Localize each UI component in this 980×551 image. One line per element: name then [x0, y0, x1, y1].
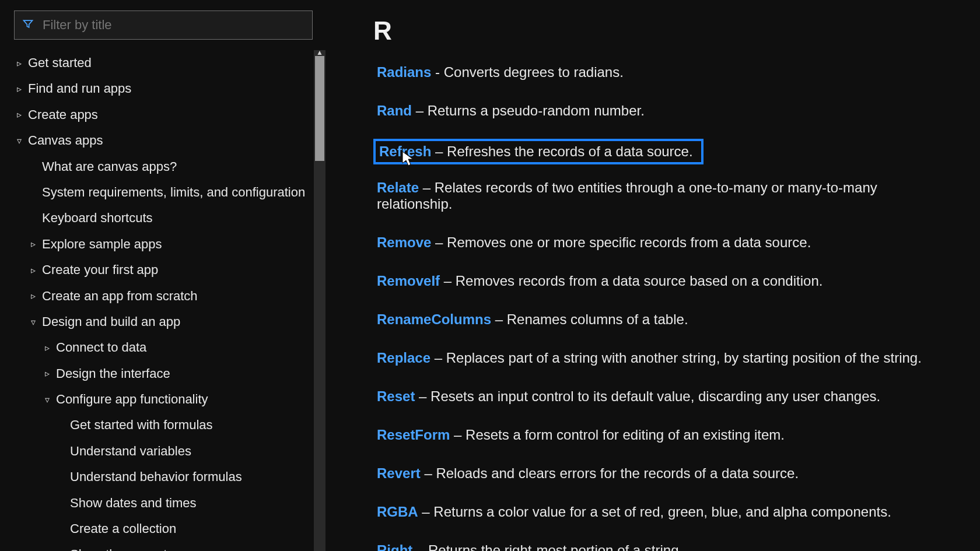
function-list: Radians - Converts degrees to radians.Ra…	[373, 62, 957, 551]
filter-wrap	[14, 10, 313, 40]
tree-item-design-interface[interactable]: ▹ Design the interface	[14, 361, 309, 387]
nav-tree: ▹ Get started ▹ Find and run apps ▹ Crea…	[0, 50, 309, 551]
tree-item-create-apps[interactable]: ▹ Create apps	[14, 102, 309, 128]
function-row-rand: Rand – Returns a pseudo-random number.	[373, 100, 648, 121]
chevron-right-icon: ▹	[14, 83, 24, 94]
chevron-right-icon: ▹	[28, 290, 38, 301]
filter-icon	[22, 18, 34, 32]
tree-item-create-from-scratch[interactable]: ▹ Create an app from scratch	[14, 283, 309, 309]
section-heading: R	[373, 16, 957, 45]
tree-item-what-are-canvas-apps[interactable]: ▹ What are canvas apps?	[14, 154, 309, 180]
chevron-down-icon: ▿	[14, 135, 24, 146]
chevron-right-icon: ▹	[42, 342, 52, 353]
tree-item-show-dates-times[interactable]: ▹ Show dates and times	[14, 490, 309, 516]
main-content: R Radians - Converts degrees to radians.…	[327, 0, 980, 551]
tree-item-design-build-app[interactable]: ▿ Design and build an app	[14, 309, 309, 335]
sidebar: ▹ Get started ▹ Find and run apps ▹ Crea…	[0, 0, 327, 551]
nav-tree-scroll: ▹ Get started ▹ Find and run apps ▹ Crea…	[0, 50, 327, 551]
tree-label: Create an app from scratch	[42, 289, 198, 304]
tree-item-get-started[interactable]: ▹ Get started	[14, 50, 309, 76]
chevron-down-icon: ▿	[42, 394, 52, 405]
function-link-resetform[interactable]: ResetForm	[377, 427, 450, 443]
tree-label: Understand behavior formulas	[70, 469, 242, 485]
sidebar-scrollbar[interactable]: ▲	[314, 50, 326, 551]
function-desc: – Relates records of two entities throug…	[377, 180, 877, 212]
tree-item-create-first-app[interactable]: ▹ Create your first app	[14, 257, 309, 283]
tree-item-create-collection[interactable]: ▹ Create a collection	[14, 516, 309, 542]
scrollbar-thumb[interactable]	[315, 56, 324, 161]
function-row-removeif: RemoveIf – Removes records from a data s…	[373, 271, 826, 292]
chevron-right-icon: ▹	[42, 368, 52, 379]
function-row-remove: Remove – Removes one or more specific re…	[373, 232, 814, 253]
tree-label: Find and run apps	[28, 81, 131, 96]
tree-item-understand-variables[interactable]: ▹ Understand variables	[14, 438, 309, 464]
function-link-revert[interactable]: Revert	[377, 465, 421, 481]
function-link-remove[interactable]: Remove	[377, 234, 431, 250]
tree-item-understand-behavior-formulas[interactable]: ▹ Understand behavior formulas	[14, 464, 309, 490]
function-desc: – Returns a color value for a set of red…	[418, 504, 891, 520]
function-row-refresh: Refresh – Refreshes the records of a dat…	[373, 139, 704, 164]
function-desc: – Removes one or more specific records f…	[431, 234, 811, 250]
function-desc: – Removes records from a data source bas…	[440, 273, 822, 289]
tree-label: Get started	[28, 55, 92, 71]
function-desc: – Resets a form control for editing of a…	[450, 427, 785, 443]
tree-label: Design and build an app	[42, 314, 180, 329]
function-link-reset[interactable]: Reset	[377, 388, 415, 404]
filter-input[interactable]	[14, 10, 313, 40]
tree-item-connect-to-data[interactable]: ▹ Connect to data	[14, 335, 309, 360]
chevron-right-icon: ▹	[28, 238, 38, 250]
function-row-rgba: RGBA – Returns a color value for a set o…	[373, 501, 895, 522]
function-link-rand[interactable]: Rand	[377, 103, 412, 118]
tree-label: Design the interface	[56, 366, 170, 381]
tree-label: Get started with formulas	[70, 417, 213, 433]
function-desc: – Returns the right-most portion of a st…	[412, 542, 682, 551]
function-row-renamecolumns: RenameColumns – Renames columns of a tab…	[373, 309, 692, 330]
tree-item-configure-app-functionality[interactable]: ▿ Configure app functionality	[14, 387, 309, 412]
tree-label: Connect to data	[56, 340, 146, 355]
function-link-relate[interactable]: Relate	[377, 180, 419, 195]
tree-label: Canvas apps	[28, 133, 103, 148]
function-desc: – Refreshes the records of a data source…	[431, 143, 692, 159]
tree-label: Keyboard shortcuts	[42, 210, 153, 226]
tree-label: Configure app functionality	[56, 392, 208, 407]
function-link-refresh[interactable]: Refresh	[379, 143, 431, 159]
function-desc: – Resets an input control to its default…	[415, 388, 880, 404]
tree-label: System requirements, limits, and configu…	[42, 185, 305, 200]
tree-label: Show dates and times	[70, 496, 196, 511]
tree-label: Show the current user	[70, 547, 195, 551]
tree-item-canvas-apps[interactable]: ▿ Canvas apps	[14, 128, 309, 153]
chevron-right-icon: ▹	[14, 109, 24, 120]
function-row-relate: Relate – Relates records of two entities…	[373, 177, 957, 215]
tree-label: Understand variables	[70, 444, 191, 459]
tree-item-explore-sample-apps[interactable]: ▹ Explore sample apps	[14, 231, 309, 257]
tree-item-keyboard-shortcuts[interactable]: ▹ Keyboard shortcuts	[14, 205, 309, 231]
function-row-radians: Radians - Converts degrees to radians.	[373, 62, 627, 83]
function-row-right: Right – Returns the right-most portion o…	[373, 540, 686, 551]
tree-label: Create a collection	[70, 521, 176, 536]
tree-label: What are canvas apps?	[42, 159, 177, 174]
tree-item-system-requirements[interactable]: ▹ System requirements, limits, and confi…	[14, 180, 309, 205]
function-desc: – Renames columns of a table.	[491, 311, 688, 327]
function-desc: – Reloads and clears errors for the reco…	[421, 465, 799, 481]
chevron-down-icon: ▿	[28, 317, 38, 328]
function-desc: - Converts degrees to radians.	[431, 64, 624, 80]
tree-item-show-current-user[interactable]: ▹ Show the current user	[14, 542, 309, 551]
function-link-removeif[interactable]: RemoveIf	[377, 273, 440, 289]
function-link-right[interactable]: Right	[377, 542, 412, 551]
function-link-radians[interactable]: Radians	[377, 64, 431, 80]
function-link-rgba[interactable]: RGBA	[377, 504, 418, 520]
function-row-revert: Revert – Reloads and clears errors for t…	[373, 463, 802, 484]
function-row-replace: Replace – Replaces part of a string with…	[373, 348, 925, 368]
chevron-right-icon: ▹	[28, 265, 38, 276]
tree-item-get-started-formulas[interactable]: ▹ Get started with formulas	[14, 412, 309, 438]
tree-label: Create apps	[28, 107, 98, 122]
function-link-renamecolumns[interactable]: RenameColumns	[377, 311, 491, 327]
tree-label: Explore sample apps	[42, 237, 162, 252]
function-desc: – Replaces part of a string with another…	[430, 350, 922, 366]
chevron-right-icon: ▹	[14, 58, 24, 69]
function-row-reset: Reset – Resets an input control to its d…	[373, 386, 884, 407]
tree-item-find-run-apps[interactable]: ▹ Find and run apps	[14, 76, 309, 101]
function-row-resetform: ResetForm – Resets a form control for ed…	[373, 424, 788, 445]
function-link-replace[interactable]: Replace	[377, 350, 430, 366]
function-desc: – Returns a pseudo-random number.	[412, 103, 645, 118]
